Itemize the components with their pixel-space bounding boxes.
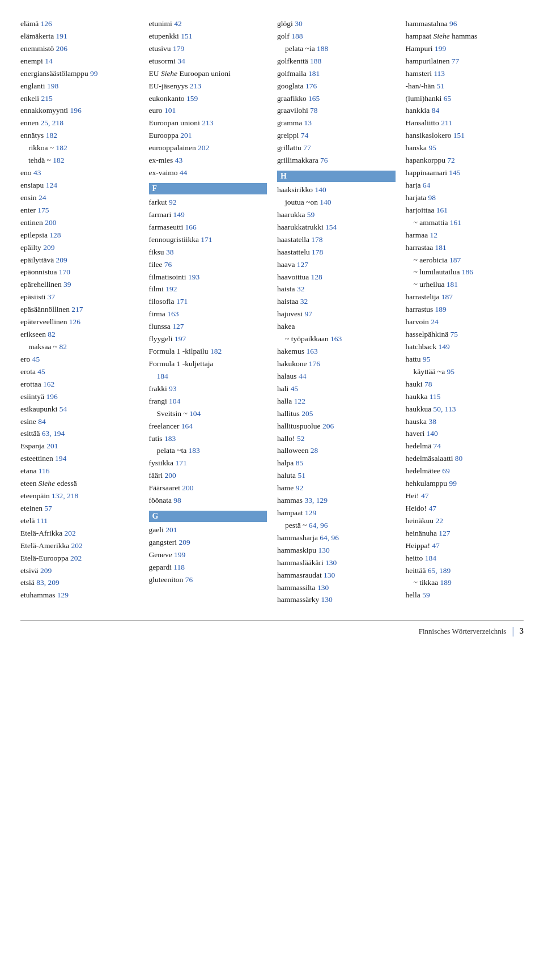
list-item: epilepsia 128 [20,230,139,241]
entry-word: hapankorppu [406,156,448,164]
entry-number: 113 [434,69,445,78]
list-item: hakemus 163 [277,346,396,358]
entry-number: 34 [177,57,185,65]
list-item: ~ tikkaa 189 [406,577,524,589]
entry-word: heinänuha [406,529,439,537]
entry-number: 140 [314,185,326,194]
page-footer: Finnisches Wörterverzeichnis | 3 [20,620,524,637]
entry-number: 130 [324,571,335,579]
entry-number: 45 [37,367,45,376]
entry-number: 149 [173,210,185,219]
entry-word: hallo! [277,434,297,443]
entry-word: etusivu [149,44,173,53]
list-item: erottaa 162 [20,379,139,391]
entry-word: ennen [20,118,41,127]
list-item: pelata ~ta 183 [149,445,267,457]
entry-number: 196 [70,106,81,114]
entry-word: etuhammas [20,591,57,599]
entry-word: hame [277,483,296,492]
entry-word: englanti [20,82,47,90]
list-item: ennakkomyynti 196 [20,105,139,117]
entry-word: golf [277,32,291,40]
list-item: hatchback 149 [406,341,524,353]
list-item: hammassärky 130 [277,594,396,606]
list-item: Etelä-Eurooppa 202 [20,553,139,565]
entry-number: 57 [44,504,52,512]
list-item: futis 183 [149,433,267,445]
list-item: Espanja 201 [20,440,139,452]
list-item: ensin 24 [20,192,139,204]
section-header-g: G [149,511,267,522]
entry-word: hamsteri [406,69,434,78]
entry-number: 184 [157,372,168,380]
entry-word: harrastus [406,305,435,313]
entry-number: 189 [440,578,452,587]
entry-number: 209 [43,243,54,252]
entry-word: graavilohi [277,106,310,114]
entry-word: grillimakkara [277,156,320,164]
entry-number: 43 [175,156,183,164]
entry-number: 159 [186,94,198,103]
entry-word: hattu [406,355,423,363]
list-item: Euroopan unioni 213 [149,117,267,129]
list-item: haarukka 59 [277,209,396,221]
list-item: hedelmäsalaatti 80 [406,453,524,465]
list-item: Hampuri 199 [406,43,524,55]
entry-number: 98 [428,193,436,202]
list-item: filee 76 [149,259,267,271]
entry-number: 176 [309,359,320,368]
list-item: fääri 200 [149,470,267,482]
entry-number: 209 [56,256,67,264]
list-item: filmi 192 [149,283,267,295]
entry-number: 182 [56,143,67,152]
list-item: EU Siehe Euroopan unioni [149,68,267,80]
entry-word: epäilty [20,243,43,252]
entry-word: grillattu [277,143,303,152]
list-item: englanti 198 [20,80,139,92]
entry-word: enkeli [20,94,41,103]
entry-word: hanska [406,143,429,152]
entry-word: ~ lumilautailua [414,268,462,276]
entry-word: etelä [20,516,37,525]
list-item: Fäärsaaret 200 [149,482,267,494]
list-item: halpa 85 [277,457,396,469]
entry-word: haastattelu [277,248,312,256]
list-item: hauki 78 [406,379,524,391]
entry-see-target: edessä [55,479,77,487]
list-item: haista 32 [277,283,396,295]
entry-number: 69 [442,466,450,475]
entry-word: golfmaila [277,69,308,78]
entry-see-target: hammas [450,32,477,40]
entry-word: heittää [406,566,428,575]
entry-word: farmari [149,210,173,219]
entry-number: 84 [38,417,46,426]
entry-word: freelancer [149,422,181,430]
entry-number: 74 [434,442,441,450]
entry-word: eurooppalainen [149,143,198,152]
entry-number: 213 [202,118,213,127]
entry-number: 197 [175,334,186,343]
entry-number: 115 [430,392,441,401]
list-item: graavilohi 78 [277,105,396,117]
entry-word: harrastelija [406,292,441,301]
entry-number: 129 [57,591,69,599]
list-item: etsiä 83, 209 [20,577,139,589]
entry-word: esine [20,417,38,426]
entry-word: harrastaa [406,243,435,252]
entry-number: 92 [296,483,304,492]
entry-word: eteinen [20,504,44,512]
list-item: 184 [149,371,267,383]
list-item: hali 45 [277,383,396,395]
list-item: epäterveellinen 126 [20,316,139,328]
entry-word: Euroopan unioni [149,118,202,127]
list-item: esiintyä 196 [20,391,139,403]
entry-number: 202 [65,529,76,537]
list-item: filmatisointi 193 [149,271,267,283]
entry-number: 183 [189,446,200,455]
entry-word: ~ urheilua [414,280,447,289]
list-item: farmari 149 [149,209,267,221]
list-item: hankkia 84 [406,105,524,117]
entry-number: 181 [308,69,320,78]
entry-word: hankkia [406,106,432,114]
list-item: hallitus 205 [277,408,396,420]
